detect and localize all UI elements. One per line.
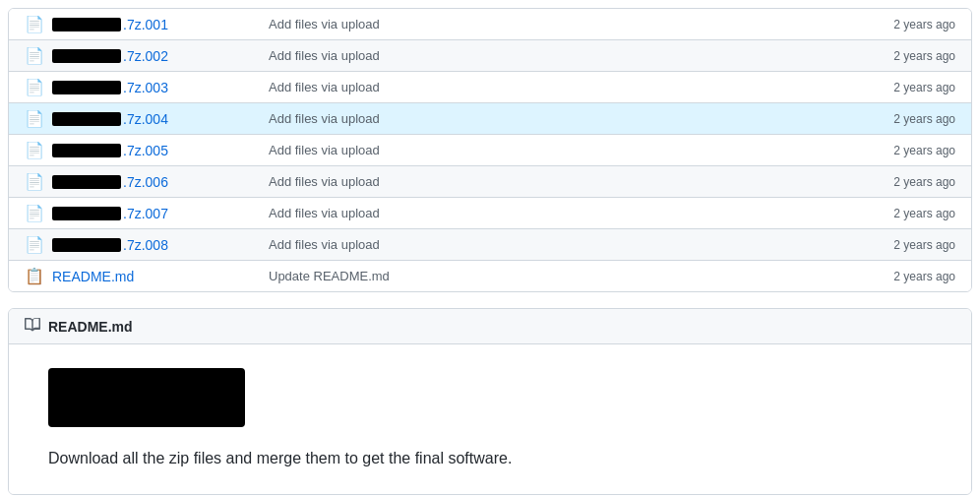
- readme-description: Download all the zip files and merge the…: [48, 447, 932, 470]
- file-icon-readme: 📋: [25, 267, 44, 285]
- filename-redacted-3: [52, 81, 121, 94]
- file-link-2[interactable]: .7z.002: [52, 48, 269, 64]
- table-row: 📄 .7z.006 Add files via upload 2 years a…: [9, 166, 971, 198]
- file-link-5[interactable]: .7z.005: [52, 143, 269, 158]
- filename-suffix-5: .7z.005: [123, 143, 168, 158]
- readme-header: README.md: [9, 309, 971, 344]
- filename-readme: README.md: [52, 269, 134, 284]
- file-commit-6: Add files via upload: [269, 174, 837, 189]
- table-row: 📄 .7z.007 Add files via upload 2 years a…: [9, 198, 971, 229]
- file-time-3: 2 years ago: [837, 81, 955, 94]
- filename-redacted-8: [52, 238, 121, 252]
- file-icon: 📄: [25, 46, 44, 65]
- file-link-7[interactable]: .7z.007: [52, 206, 269, 221]
- filename-redacted-4: [52, 112, 121, 126]
- file-time-1: 2 years ago: [837, 18, 955, 31]
- filename-suffix-8: .7z.008: [123, 237, 168, 253]
- file-icon: 📄: [25, 172, 44, 191]
- filename-suffix-4: .7z.004: [123, 111, 168, 127]
- filename-redacted-7: [52, 207, 121, 220]
- table-row: 📄 .7z.001 Add files via upload 2 years a…: [9, 9, 971, 40]
- file-icon: 📄: [25, 109, 44, 128]
- filename-redacted-5: [52, 144, 121, 157]
- readme-header-label: README.md: [48, 319, 133, 335]
- file-commit-5: Add files via upload: [269, 143, 837, 157]
- table-row: 📄 .7z.004 Add files via upload 2 years a…: [9, 103, 971, 135]
- file-time-8: 2 years ago: [837, 238, 955, 252]
- file-link-6[interactable]: .7z.006: [52, 174, 269, 190]
- file-icon: 📄: [25, 235, 44, 254]
- filename-suffix-7: .7z.007: [123, 206, 168, 221]
- file-icon: 📄: [25, 141, 44, 159]
- file-commit-1: Add files via upload: [269, 17, 837, 31]
- filename-redacted-6: [52, 175, 121, 189]
- filename-redacted-2: [52, 49, 121, 63]
- file-icon: 📄: [25, 204, 44, 222]
- readme-section: README.md Download all the zip files and…: [8, 308, 972, 495]
- file-link-1[interactable]: .7z.001: [52, 17, 269, 32]
- readme-body: Download all the zip files and merge the…: [9, 344, 971, 494]
- file-time-6: 2 years ago: [837, 175, 955, 189]
- file-link-readme[interactable]: README.md: [52, 269, 269, 284]
- filename-suffix-2: .7z.002: [123, 48, 168, 64]
- file-list-container: 📄 .7z.001 Add files via upload 2 years a…: [0, 0, 980, 496]
- file-time-5: 2 years ago: [837, 144, 955, 157]
- filename-redacted-1: [52, 18, 121, 31]
- table-row: 📋 README.md Update README.md 2 years ago: [9, 261, 971, 291]
- file-commit-4: Add files via upload: [269, 111, 837, 126]
- table-row: 📄 .7z.005 Add files via upload 2 years a…: [9, 135, 971, 166]
- file-commit-readme: Update README.md: [269, 269, 837, 283]
- file-time-7: 2 years ago: [837, 207, 955, 220]
- filename-suffix-6: .7z.006: [123, 174, 168, 190]
- file-table: 📄 .7z.001 Add files via upload 2 years a…: [8, 8, 972, 292]
- file-time-4: 2 years ago: [837, 112, 955, 126]
- file-link-8[interactable]: .7z.008: [52, 237, 269, 253]
- file-commit-3: Add files via upload: [269, 80, 837, 94]
- filename-suffix-3: .7z.003: [123, 80, 168, 95]
- table-row: 📄 .7z.008 Add files via upload 2 years a…: [9, 229, 971, 261]
- file-time-2: 2 years ago: [837, 49, 955, 63]
- file-commit-8: Add files via upload: [269, 237, 837, 252]
- filename-suffix-1: .7z.001: [123, 17, 168, 32]
- table-row: 📄 .7z.003 Add files via upload 2 years a…: [9, 72, 971, 103]
- file-link-3[interactable]: .7z.003: [52, 80, 269, 95]
- file-commit-2: Add files via upload: [269, 48, 837, 63]
- file-time-readme: 2 years ago: [837, 270, 955, 283]
- readme-image: [48, 368, 245, 427]
- file-icon: 📄: [25, 15, 44, 33]
- table-row: 📄 .7z.002 Add files via upload 2 years a…: [9, 40, 971, 72]
- file-icon: 📄: [25, 78, 44, 96]
- file-link-4[interactable]: .7z.004: [52, 111, 269, 127]
- readme-icon: [25, 317, 40, 336]
- file-commit-7: Add files via upload: [269, 206, 837, 220]
